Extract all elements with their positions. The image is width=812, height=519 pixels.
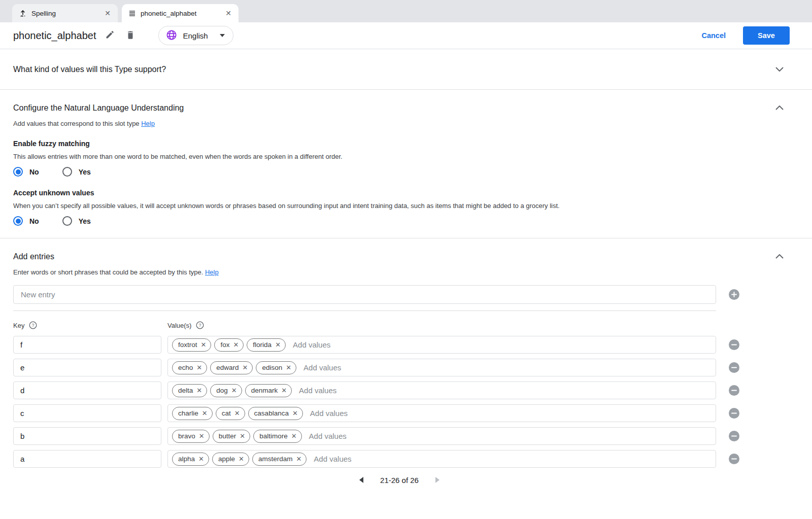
chip-remove-icon[interactable]: ✕ <box>292 410 298 417</box>
radio-icon <box>62 216 72 226</box>
value-chip-label: butter <box>219 432 236 440</box>
remove-row-button[interactable] <box>729 362 739 373</box>
value-chip: baltimore✕ <box>253 430 301 443</box>
unknown-values-title: Accept unknown values <box>13 189 786 197</box>
chip-remove-icon[interactable]: ✕ <box>296 456 301 462</box>
add-values-placeholder[interactable]: Add values <box>303 363 341 372</box>
entity-list-icon <box>129 10 136 17</box>
chip-remove-icon[interactable]: ✕ <box>286 364 291 371</box>
chip-remove-icon[interactable]: ✕ <box>234 410 240 417</box>
save-button[interactable]: Save <box>743 26 790 45</box>
chip-remove-icon[interactable]: ✕ <box>242 364 248 371</box>
new-entry-input[interactable] <box>13 285 716 304</box>
value-chip: echo✕ <box>172 361 207 374</box>
remove-row-button[interactable] <box>729 454 739 464</box>
value-chip-label: amsterdam <box>258 455 293 463</box>
collapse-section-button[interactable] <box>773 251 786 262</box>
values-box[interactable]: echo✕edward✕edison✕Add values <box>167 359 716 376</box>
radio-icon <box>62 167 72 177</box>
help-icon[interactable]: ? <box>29 321 37 329</box>
entries-table: foxtrot✕fox✕florida✕Add valuesecho✕edwar… <box>13 336 786 468</box>
key-input[interactable] <box>13 450 161 468</box>
close-icon[interactable]: ✕ <box>104 9 112 18</box>
page-range-label: 21-26 of 26 <box>380 476 419 485</box>
value-chip: casablanca✕ <box>248 407 303 420</box>
chip-remove-icon[interactable]: ✕ <box>275 341 281 348</box>
chip-remove-icon[interactable]: ✕ <box>198 456 204 462</box>
minus-icon <box>731 456 737 462</box>
help-link[interactable]: Help <box>141 120 155 127</box>
chip-remove-icon[interactable]: ✕ <box>233 341 239 348</box>
tab-spelling[interactable]: Spelling ✕ <box>12 4 118 22</box>
entry-row: bravo✕butter✕baltimore✕Add values <box>13 427 786 445</box>
radio-option-no[interactable]: No <box>13 216 39 226</box>
chip-remove-icon[interactable]: ✕ <box>196 364 202 371</box>
minus-icon <box>731 433 737 439</box>
chip-remove-icon[interactable]: ✕ <box>281 387 287 394</box>
entry-row: charlie✕cat✕casablanca✕Add values <box>13 404 786 422</box>
add-entry-button[interactable] <box>729 289 739 300</box>
expand-section-button[interactable] <box>773 63 786 75</box>
radio-option-yes[interactable]: Yes <box>62 216 91 226</box>
chip-remove-icon[interactable]: ✕ <box>239 456 244 462</box>
add-values-placeholder[interactable]: Add values <box>299 386 336 395</box>
value-chip-label: alpha <box>178 455 195 463</box>
value-chip-label: florida <box>253 341 272 349</box>
values-box[interactable]: bravo✕butter✕baltimore✕Add values <box>167 427 716 445</box>
minus-icon <box>731 342 737 348</box>
values-box[interactable]: delta✕dog✕denmark✕Add values <box>167 382 716 399</box>
add-values-placeholder[interactable]: Add values <box>309 432 347 440</box>
fuzzy-matching-radio-group: No Yes <box>13 167 786 177</box>
add-values-placeholder[interactable]: Add values <box>314 455 351 463</box>
chip-remove-icon[interactable]: ✕ <box>201 341 207 348</box>
tab-phonetic-alphabet[interactable]: phonetic_alphabet ✕ <box>122 4 239 22</box>
remove-row-button[interactable] <box>729 408 739 419</box>
value-chip-label: charlie <box>178 409 198 417</box>
next-page-button[interactable] <box>433 475 442 485</box>
chip-remove-icon[interactable]: ✕ <box>231 387 237 394</box>
add-values-placeholder[interactable]: Add values <box>293 340 330 349</box>
values-box[interactable]: foxtrot✕fox✕florida✕Add values <box>167 336 716 354</box>
value-chip-label: cat <box>222 409 231 417</box>
key-input[interactable] <box>13 336 161 354</box>
values-box[interactable]: alpha✕apple✕amsterdam✕Add values <box>167 450 716 468</box>
key-input[interactable] <box>13 359 161 376</box>
radio-icon <box>13 216 23 226</box>
value-chip: cat✕ <box>216 407 245 420</box>
remove-row-button[interactable] <box>729 385 739 396</box>
close-icon[interactable]: ✕ <box>224 9 232 18</box>
value-chip: alpha✕ <box>172 453 209 466</box>
radio-option-yes[interactable]: Yes <box>62 167 91 177</box>
value-chip: dog✕ <box>210 384 242 397</box>
language-selector[interactable]: English <box>158 26 233 45</box>
chip-remove-icon[interactable]: ✕ <box>202 410 208 417</box>
add-values-placeholder[interactable]: Add values <box>310 409 348 418</box>
chip-remove-icon[interactable]: ✕ <box>291 433 297 439</box>
radio-option-no[interactable]: No <box>13 167 39 177</box>
chip-remove-icon[interactable]: ✕ <box>240 433 245 439</box>
help-icon[interactable]: ? <box>196 321 204 329</box>
chip-remove-icon[interactable]: ✕ <box>199 433 205 439</box>
help-link[interactable]: Help <box>205 268 219 276</box>
value-chip: delta✕ <box>172 384 207 397</box>
new-entry-row <box>13 285 786 304</box>
value-chip-label: edison <box>262 364 282 371</box>
collapse-section-button[interactable] <box>773 102 786 114</box>
delete-type-button[interactable] <box>124 28 137 43</box>
edit-title-button[interactable] <box>103 28 117 43</box>
key-input[interactable] <box>13 404 161 422</box>
value-chip: edison✕ <box>256 361 296 374</box>
remove-row-button[interactable] <box>729 339 739 350</box>
radio-label: No <box>29 217 39 225</box>
cancel-button[interactable]: Cancel <box>701 31 726 40</box>
section-title: Configure the Natural Language Understan… <box>13 103 184 113</box>
key-column-header: Key <box>13 322 24 329</box>
previous-page-button[interactable] <box>357 475 366 485</box>
key-input[interactable] <box>13 427 161 445</box>
values-box[interactable]: charlie✕cat✕casablanca✕Add values <box>167 404 716 422</box>
svg-text:?: ? <box>32 323 35 328</box>
section-title: Add entries <box>13 252 54 261</box>
chip-remove-icon[interactable]: ✕ <box>196 387 202 394</box>
remove-row-button[interactable] <box>729 431 739 441</box>
key-input[interactable] <box>13 382 161 399</box>
